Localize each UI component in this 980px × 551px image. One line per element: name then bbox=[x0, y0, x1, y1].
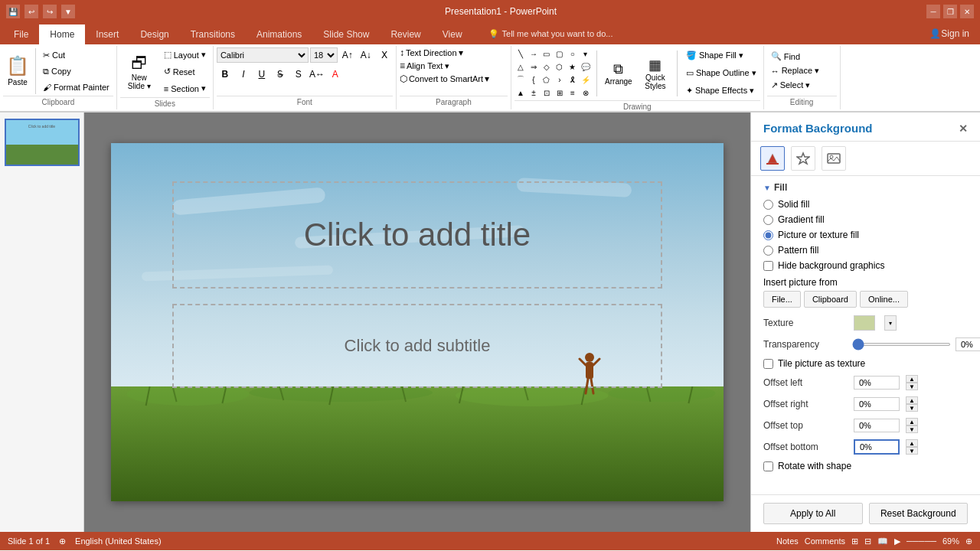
tile-picture-checkbox[interactable] bbox=[763, 359, 773, 369]
shape-eqtri[interactable]: ▲ bbox=[514, 86, 527, 99]
bold-button[interactable]: B bbox=[217, 67, 234, 82]
shape-misc[interactable]: ⊗ bbox=[580, 86, 592, 99]
font-color-button[interactable]: A bbox=[327, 67, 344, 82]
fp-tab-fill[interactable] bbox=[760, 146, 785, 171]
tab-transitions[interactable]: Transitions bbox=[180, 23, 246, 44]
tab-file[interactable]: File bbox=[3, 23, 39, 44]
shape-diamond[interactable]: ◇ bbox=[541, 60, 553, 73]
quick-styles-button[interactable]: ▦ Quick Styles bbox=[639, 55, 672, 92]
cut-button[interactable]: ✂ Cut bbox=[39, 48, 113, 63]
title-placeholder[interactable]: Click to add title bbox=[172, 181, 662, 289]
slide-sorter-button[interactable]: ⊟ bbox=[864, 536, 871, 546]
replace-button[interactable]: ↔ Replace ▾ bbox=[769, 65, 822, 77]
window-controls[interactable]: ─ ❐ ✕ bbox=[926, 5, 974, 18]
apply-to-all-button[interactable]: Apply to All bbox=[763, 503, 863, 524]
sign-in-button[interactable]: 👤 Sign in bbox=[919, 23, 980, 44]
shape-eq[interactable]: ≡ bbox=[567, 86, 579, 99]
shape-effects-button[interactable]: ✦ Shape Effects ▾ bbox=[682, 83, 760, 98]
shape-triangle[interactable]: △ bbox=[514, 60, 527, 73]
online-button[interactable]: Online... bbox=[860, 291, 908, 308]
texture-preview[interactable] bbox=[854, 315, 875, 331]
fp-tab-effects[interactable] bbox=[791, 146, 815, 171]
shape-brace[interactable]: { bbox=[528, 73, 540, 86]
shape-outline-button[interactable]: ▭ Shape Outline ▾ bbox=[682, 66, 760, 80]
zoom-bar[interactable]: ───── bbox=[906, 536, 936, 546]
clipboard-button[interactable]: Clipboard bbox=[804, 291, 857, 308]
shape-mathop[interactable]: ± bbox=[528, 86, 540, 99]
tab-view[interactable]: View bbox=[432, 23, 473, 44]
shape-db[interactable]: ⊞ bbox=[554, 86, 566, 99]
redo-button[interactable]: ↪ bbox=[43, 5, 57, 18]
gradient-fill-option[interactable]: Gradient fill bbox=[763, 214, 968, 225]
text-direction-label[interactable]: Text Direction bbox=[406, 48, 457, 57]
minimize-button[interactable]: ─ bbox=[926, 5, 940, 18]
underline-button[interactable]: U bbox=[253, 67, 270, 82]
fill-section-header[interactable]: ▼ Fill bbox=[763, 182, 968, 193]
paste-button[interactable]: 📋 Paste bbox=[3, 54, 32, 88]
offset-bottom-value[interactable]: 0% bbox=[854, 439, 900, 455]
select-button[interactable]: ↗ Select ▾ bbox=[769, 80, 822, 91]
copy-button[interactable]: ⧉ Copy bbox=[39, 64, 113, 79]
shadow-button[interactable]: S bbox=[290, 67, 307, 82]
shape-rounded-rect[interactable]: ▢ bbox=[554, 47, 566, 60]
restore-button[interactable]: ❐ bbox=[943, 5, 957, 18]
offset-bottom-up[interactable]: ▲ bbox=[906, 439, 918, 447]
offset-left-down[interactable]: ▼ bbox=[906, 383, 918, 390]
comments-button[interactable]: Comments bbox=[805, 536, 845, 546]
file-button[interactable]: File... bbox=[763, 291, 801, 308]
close-button[interactable]: ✕ bbox=[960, 5, 974, 18]
reset-background-button[interactable]: Reset Background bbox=[869, 503, 969, 524]
pattern-fill-option[interactable]: Pattern fill bbox=[763, 245, 968, 256]
undo-button[interactable]: ↩ bbox=[24, 5, 38, 18]
rotate-with-shape-option[interactable]: Rotate with shape bbox=[763, 461, 968, 471]
fp-tab-picture[interactable] bbox=[822, 146, 846, 171]
new-slide-button[interactable]: 🗗 New Slide ▾ bbox=[120, 51, 158, 93]
offset-bottom-down[interactable]: ▼ bbox=[906, 447, 918, 455]
shape-rtarrow[interactable]: ⇒ bbox=[528, 60, 540, 73]
section-button[interactable]: ≡ Section▾ bbox=[160, 81, 210, 96]
shape-more[interactable]: ▾ bbox=[580, 47, 592, 60]
format-painter-button[interactable]: 🖌 Format Painter bbox=[39, 80, 113, 94]
reading-view-button[interactable]: 📖 bbox=[877, 536, 888, 546]
picture-fill-radio[interactable] bbox=[763, 230, 773, 240]
offset-top-down[interactable]: ▼ bbox=[906, 425, 918, 433]
tile-picture-option[interactable]: Tile picture as texture bbox=[763, 358, 968, 369]
shape-fill-button[interactable]: 🪣 Shape Fill ▾ bbox=[682, 48, 760, 63]
customize-qs-button[interactable]: ▼ bbox=[61, 5, 75, 18]
font-size-select[interactable]: 18 bbox=[310, 47, 338, 63]
shape-star[interactable]: ★ bbox=[567, 60, 579, 73]
tab-animations[interactable]: Animations bbox=[246, 23, 312, 44]
shape-pentagon[interactable]: ⬠ bbox=[541, 73, 553, 86]
offset-top-value[interactable]: 0% bbox=[854, 419, 900, 432]
reset-button[interactable]: ↺ Reset bbox=[160, 64, 210, 79]
solid-fill-radio[interactable] bbox=[763, 200, 773, 210]
tab-home[interactable]: Home bbox=[39, 23, 85, 44]
offset-top-up[interactable]: ▲ bbox=[906, 418, 918, 425]
notes-button[interactable]: Notes bbox=[776, 536, 799, 546]
transparency-slider[interactable] bbox=[852, 343, 951, 346]
shape-ribbon[interactable]: 🎗 bbox=[567, 73, 579, 86]
arrange-button[interactable]: ⧉ Arrange bbox=[602, 60, 635, 87]
hide-bg-checkbox[interactable] bbox=[763, 261, 773, 271]
shape-action[interactable]: ⚡ bbox=[580, 73, 592, 86]
char-spacing-button[interactable]: A↔ bbox=[309, 67, 325, 82]
shape-hexagon[interactable]: ⬡ bbox=[554, 60, 566, 73]
convert-smartart-label[interactable]: Convert to SmartArt bbox=[409, 74, 483, 83]
shape-line[interactable]: ╲ bbox=[514, 47, 527, 60]
picture-texture-option[interactable]: Picture or texture fill bbox=[763, 230, 968, 240]
layout-button[interactable]: ⬚ Layout▾ bbox=[160, 47, 210, 62]
close-panel-button[interactable]: ✕ bbox=[959, 122, 968, 135]
offset-right-value[interactable]: 0% bbox=[854, 397, 900, 411]
pattern-fill-radio[interactable] bbox=[763, 246, 773, 256]
find-button[interactable]: 🔍 Find bbox=[769, 51, 822, 62]
shape-flow[interactable]: ⊡ bbox=[541, 86, 553, 99]
slide-canvas[interactable]: Click to add title Click to add subtitle bbox=[111, 143, 724, 501]
subtitle-placeholder[interactable]: Click to add subtitle bbox=[172, 304, 662, 388]
tell-me-input[interactable]: 💡 Tell me what you want to do... bbox=[481, 23, 621, 44]
shape-callout[interactable]: 💬 bbox=[580, 60, 592, 73]
slideshow-button[interactable]: ▶ bbox=[894, 536, 900, 546]
shape-rect[interactable]: ▭ bbox=[541, 47, 553, 60]
tab-review[interactable]: Review bbox=[380, 23, 431, 44]
quick-access-toolbar[interactable]: 💾 ↩ ↪ ▼ bbox=[6, 5, 75, 18]
offset-left-value[interactable]: 0% bbox=[854, 376, 900, 390]
